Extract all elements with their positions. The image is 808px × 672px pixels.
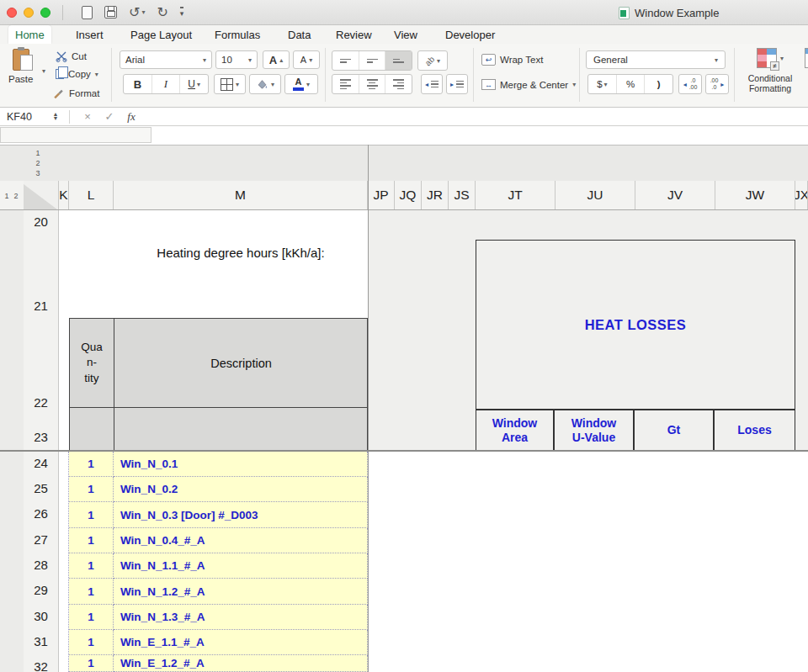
cell-L28-quantity[interactable]: 1 (69, 553, 114, 579)
column-header-jx[interactable]: JX (795, 181, 808, 209)
wrap-text-button[interactable]: ↩ Wrap Text (481, 54, 543, 66)
format-painter-button[interactable]: Format (52, 87, 99, 99)
row-header-25[interactable]: 25 (24, 477, 58, 502)
description-header-cell[interactable]: Description (115, 319, 367, 407)
increase-decimal-button[interactable]: ◂ .0 .00 (678, 74, 702, 94)
bold-button[interactable]: B (124, 75, 152, 93)
formula-input[interactable] (142, 108, 808, 126)
font-size-select[interactable]: 10 ▾ (215, 50, 258, 69)
quantity-header-cell[interactable]: Qua n- tity (70, 319, 114, 407)
borders-button[interactable]: ▾ (214, 74, 246, 94)
number-format-select[interactable]: General ▾ (586, 50, 726, 69)
enter-button[interactable]: ✓ (98, 110, 120, 123)
row-outline-level-2[interactable]: 2 (12, 192, 20, 200)
tab-review[interactable]: Review (329, 25, 379, 44)
increase-indent-button[interactable]: ▸ (446, 74, 468, 94)
row-header-32[interactable]: 32 (24, 655, 58, 672)
window-area-header-cell[interactable]: Window Area (476, 410, 554, 452)
name-box[interactable]: KF40 (0, 108, 49, 126)
cell-L32-quantity[interactable]: 1 (69, 655, 114, 672)
row-header-23[interactable]: 23 (24, 426, 58, 452)
comma-style-button[interactable]: ) (644, 75, 672, 93)
decrease-decimal-button[interactable]: .00 .0 ▸ (705, 74, 729, 94)
copy-button[interactable]: Copy ▾ (56, 69, 98, 79)
column-outline-level-1[interactable]: 1 (34, 149, 42, 157)
tab-view[interactable]: View (387, 25, 424, 44)
underline-button[interactable]: U▾ (179, 75, 208, 93)
horizontal-pane-split[interactable] (0, 450, 808, 452)
cell-L24-quantity[interactable]: 1 (69, 452, 114, 477)
paste-dropdown[interactable]: ▾ (42, 67, 45, 75)
conditional-formatting-button[interactable]: ≠ ▾ Conditional Formatting (744, 48, 796, 93)
format-as-table-button[interactable]: Fo as (798, 48, 808, 93)
cell-L30-quantity[interactable]: 1 (69, 605, 114, 630)
zoom-button[interactable] (40, 8, 50, 18)
grow-font-button[interactable]: A▴ (263, 50, 290, 69)
cell-M29-description[interactable]: Win_N_1.2_#_A (114, 579, 368, 605)
align-top-button[interactable] (332, 51, 359, 70)
row-header-26[interactable]: 26 (24, 502, 58, 528)
column-outline-level-2[interactable]: 2 (34, 159, 42, 167)
cell-M28-description[interactable]: Win_N_1.1_#_A (114, 553, 368, 579)
decrease-indent-button[interactable]: ◂ (421, 74, 443, 94)
save-button[interactable] (104, 6, 117, 19)
select-all-corner[interactable] (24, 181, 59, 209)
row-header-30[interactable]: 30 (24, 605, 58, 630)
name-box-stepper[interactable]: ▲▼ (49, 113, 62, 119)
column-header-jt[interactable]: JT (476, 181, 556, 209)
insert-function-button[interactable]: fx (120, 110, 142, 124)
row-header-24[interactable]: 24 (24, 452, 58, 477)
minimize-button[interactable] (24, 8, 34, 18)
cell-L31-quantity[interactable]: 1 (69, 630, 114, 655)
row-outline-level-1[interactable]: 1 (3, 192, 11, 200)
tab-home[interactable]: Home (8, 25, 51, 44)
cell-L29-quantity[interactable]: 1 (69, 579, 114, 605)
new-workbook-button[interactable] (82, 6, 93, 19)
align-middle-button[interactable] (359, 51, 385, 70)
row-header-20[interactable]: 20 (24, 210, 58, 294)
paste-button[interactable]: Paste (8, 49, 33, 84)
row-header-28[interactable]: 28 (24, 553, 58, 579)
cell-heating-degree-hours[interactable]: Heating degree hours [kKh/a]: (114, 210, 368, 294)
undo-button[interactable]: ↺▾ (129, 6, 145, 19)
cell-L27-quantity[interactable]: 1 (69, 528, 114, 553)
row-header-21[interactable]: 21 (24, 294, 58, 391)
row-header-22[interactable]: 22 (24, 391, 58, 426)
font-name-select[interactable]: Arial ▾ (120, 50, 212, 69)
tab-developer[interactable]: Developer (439, 25, 502, 44)
customize-toolbar-button[interactable]: ▾ (180, 7, 184, 18)
orientation-button[interactable]: ab ▾ (417, 50, 448, 71)
column-outline-level-3[interactable]: 3 (34, 169, 42, 177)
redo-button[interactable]: ↻ (157, 6, 167, 19)
vertical-pane-split[interactable] (368, 145, 369, 672)
align-bottom-button[interactable] (385, 51, 412, 70)
row-header-31[interactable]: 31 (24, 630, 58, 655)
column-header-k[interactable]: K (59, 181, 69, 209)
close-button[interactable] (7, 8, 17, 18)
column-header-jw[interactable]: JW (715, 181, 795, 209)
currency-button[interactable]: $▾ (588, 75, 616, 93)
column-header-js[interactable]: JS (449, 181, 476, 209)
merge-center-button[interactable]: ↔ Merge & Center ▾ (481, 79, 576, 90)
cell-M24-description[interactable]: Win_N_0.1 (114, 452, 368, 477)
align-left-button[interactable] (332, 75, 359, 93)
cell-L25-quantity[interactable]: 1 (69, 477, 114, 502)
font-color-button[interactable]: A ▾ (284, 74, 318, 94)
gt-header-cell[interactable]: Gt (634, 410, 714, 452)
cell-L26-quantity[interactable]: 1 (69, 502, 114, 528)
tab-page-layout[interactable]: Page Layout (124, 25, 199, 44)
column-header-m[interactable]: M (114, 181, 368, 209)
column-header-l[interactable]: L (69, 181, 114, 209)
align-right-button[interactable] (385, 75, 412, 93)
column-header-ju[interactable]: JU (556, 181, 635, 209)
column-header-jq[interactable]: JQ (395, 181, 422, 209)
cell-M27-description[interactable]: Win_N_0.4_#_A (114, 528, 368, 553)
heat-losses-title-cell[interactable]: HEAT LOSSES (476, 240, 795, 410)
cut-button[interactable]: Cut (56, 50, 87, 62)
row-header-27[interactable]: 27 (24, 528, 58, 553)
italic-button[interactable]: I (152, 75, 180, 93)
column-header-jp[interactable]: JP (368, 181, 395, 209)
shrink-font-button[interactable]: A▾ (293, 50, 320, 69)
cell-M32-description[interactable]: Win_E_1.2_#_A (114, 655, 368, 672)
tab-data[interactable]: Data (281, 25, 317, 44)
